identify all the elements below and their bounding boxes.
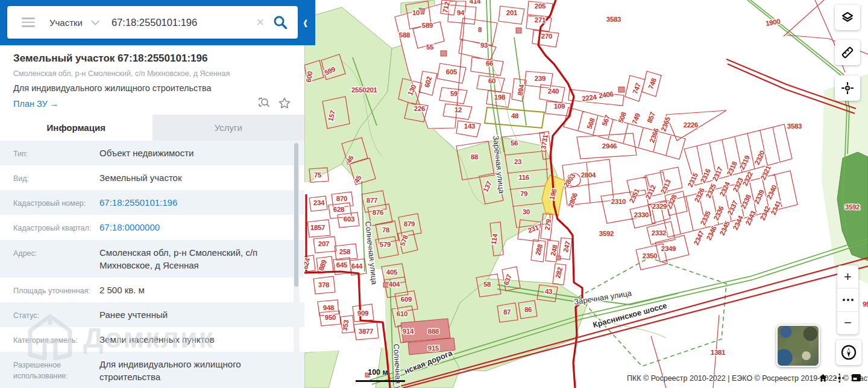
extent-icon[interactable] [851, 374, 861, 382]
svg-text:610: 610 [397, 310, 407, 317]
svg-text:226: 226 [414, 105, 425, 112]
svg-text:857: 857 [646, 111, 656, 124]
row-label: Кадастровый номер: [0, 196, 99, 209]
row-value: 2 500 кв. м [99, 284, 286, 296]
row-label: Адрес: [0, 246, 99, 272]
svg-text:270: 270 [541, 33, 552, 40]
svg-text:915: 915 [428, 345, 439, 352]
svg-text:239: 239 [535, 75, 546, 82]
svg-text:93: 93 [480, 42, 488, 49]
search-icon [272, 14, 288, 30]
svg-text:2946: 2946 [602, 142, 617, 150]
table-row: Адрес:Смоленская обл, р-н Смоленский, с/… [0, 240, 304, 278]
basemap-thumbnail[interactable] [776, 325, 820, 367]
svg-text:30: 30 [523, 208, 530, 215]
row-value: Смоленская обл, р-н Смоленский, с/п Михн… [99, 246, 286, 272]
svg-text:2329: 2329 [652, 203, 667, 210]
svg-text:877: 877 [366, 197, 377, 204]
ruler-icon [840, 45, 855, 60]
locate-dot-icon[interactable] [835, 374, 844, 383]
svg-text:78: 78 [382, 226, 390, 234]
svg-text:603: 603 [344, 215, 354, 223]
measure-button[interactable] [835, 40, 860, 65]
svg-text:609: 609 [401, 296, 412, 303]
quarter-number-label: 2550201 [351, 86, 378, 94]
svg-text:43: 43 [545, 288, 552, 295]
collapse-panel-button[interactable]: ‹ [303, 11, 307, 33]
compass-icon [840, 344, 857, 361]
svg-text:3583: 3583 [787, 122, 802, 130]
svg-text:205: 205 [535, 2, 546, 10]
favorite-star-icon[interactable] [278, 97, 291, 110]
svg-text:23: 23 [514, 158, 521, 165]
search-button[interactable] [272, 14, 288, 30]
svg-text:876: 876 [373, 209, 383, 216]
scale-text: 100 м [359, 368, 397, 377]
preview-icon[interactable] [257, 97, 271, 110]
row-label: Тип: [0, 147, 99, 159]
svg-text:567: 567 [600, 114, 611, 127]
scrollbar-thumb[interactable] [294, 143, 298, 287]
svg-text:2338: 2338 [740, 193, 753, 210]
row-value[interactable]: 67:18:0000000 [99, 221, 286, 234]
parcel-address-subtitle: Смоленская обл, р-н Смоленский, с/п Михн… [13, 69, 291, 78]
svg-text:2332: 2332 [652, 229, 666, 237]
table-row: Статус:Ранее учтенный [0, 302, 304, 327]
svg-text:2226: 2226 [684, 121, 698, 129]
layers-icon [840, 10, 855, 25]
search-input[interactable] [110, 16, 256, 29]
object-locate-button[interactable] [835, 75, 860, 101]
compass-button[interactable] [836, 340, 861, 365]
clear-search-icon[interactable]: × [256, 16, 264, 29]
svg-text:87: 87 [503, 308, 511, 316]
svg-text:94: 94 [457, 9, 465, 16]
zoom-options-button[interactable] [837, 288, 858, 311]
svg-text:56: 56 [511, 139, 518, 147]
home-icon[interactable] [819, 374, 828, 383]
svg-text:2336: 2336 [712, 205, 725, 221]
tab-information[interactable]: Информация [0, 115, 153, 141]
svg-text:2335: 2335 [699, 209, 712, 226]
svg-text:58: 58 [483, 281, 491, 288]
tab-services[interactable]: Услуги [153, 115, 305, 141]
menu-icon[interactable] [22, 15, 35, 30]
row-label: Кадастровый квартал: [0, 221, 99, 234]
svg-text:879: 879 [404, 220, 415, 227]
svg-text:79: 79 [520, 190, 527, 197]
scale-bar [356, 380, 405, 382]
svg-text:2224: 2224 [582, 93, 598, 102]
svg-text:888: 888 [428, 328, 439, 335]
svg-text:2310: 2310 [611, 198, 626, 205]
svg-text:198: 198 [494, 94, 506, 101]
zoom-in-button[interactable]: + [837, 266, 858, 288]
svg-text:914: 914 [403, 328, 414, 335]
svg-text:2366: 2366 [648, 127, 660, 144]
svg-text:95: 95 [863, 301, 868, 308]
layers-button[interactable] [835, 5, 860, 30]
svg-text:2337: 2337 [726, 200, 739, 216]
row-label: Категория земель: [0, 333, 99, 346]
svg-text:10: 10 [412, 9, 420, 16]
svg-text:234: 234 [313, 199, 325, 206]
svg-text:2324: 2324 [719, 180, 732, 197]
row-value: Объект недвижимости [99, 147, 286, 159]
svg-text:8: 8 [478, 26, 482, 33]
svg-text:247: 247 [562, 241, 571, 253]
svg-text:2315: 2315 [687, 171, 700, 188]
table-row: Тип:Объект недвижимости [0, 141, 304, 165]
crosshair-icon [840, 81, 855, 95]
search-box: Участки × [7, 6, 298, 39]
svg-text:2321: 2321 [760, 164, 773, 181]
plan-zu-link[interactable]: План ЗУ → [13, 99, 58, 109]
zoom-out-button[interactable]: − [837, 311, 858, 334]
row-value[interactable]: 67:18:2550101:196 [99, 196, 286, 209]
row-value: Ранее учтенный [99, 308, 286, 321]
svg-text:282: 282 [554, 267, 564, 279]
search-category-select[interactable]: Участки [49, 17, 83, 28]
svg-text:88: 88 [471, 153, 479, 161]
svg-text:748: 748 [647, 77, 658, 90]
svg-text:288: 288 [534, 243, 544, 256]
chevron-down-icon[interactable] [91, 17, 99, 25]
pkk-app: { "header": { "category": "Участки", "se… [0, 0, 868, 388]
svg-text:2349: 2349 [661, 245, 676, 252]
